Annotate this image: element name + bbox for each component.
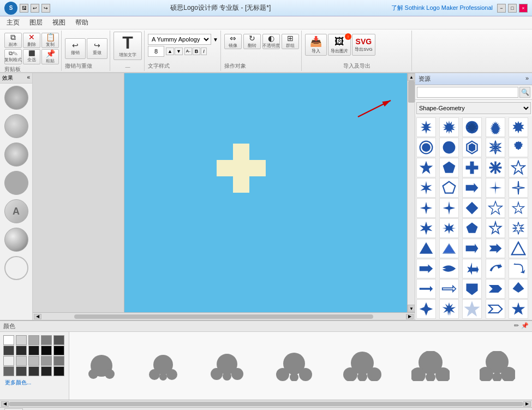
shape-arrow-4pt[interactable] xyxy=(416,299,436,319)
shape-circle-solid[interactable] xyxy=(439,138,459,157)
shape-cross-plus[interactable] xyxy=(462,158,482,177)
colors-pin-icon[interactable]: 📌 xyxy=(521,322,529,330)
effect-btn-6[interactable] xyxy=(4,256,28,280)
shape-arrow-fancy2[interactable] xyxy=(439,259,459,278)
swatch-light3[interactable] xyxy=(28,356,39,366)
shape-asterisk[interactable] xyxy=(486,158,505,177)
shape-arrow-right-thin[interactable] xyxy=(416,279,436,299)
shape-badge[interactable] xyxy=(509,117,528,137)
close-button[interactable]: × xyxy=(519,4,528,13)
vertical-scrollbar[interactable]: ▲ ▼ xyxy=(407,73,415,312)
sothink-link[interactable]: 了解 Sothink Logo Maker Professional xyxy=(391,4,493,12)
font-bold-btn[interactable]: B xyxy=(193,47,201,55)
cross-shape[interactable] xyxy=(217,144,266,193)
shape-arrow-bent[interactable] xyxy=(509,259,528,278)
swatch-gray4[interactable] xyxy=(53,335,64,345)
opacity-button[interactable]: ◐ 不透明度 xyxy=(262,34,280,49)
swatch-mid1[interactable] xyxy=(41,356,52,366)
effect-btn-4[interactable] xyxy=(4,171,28,195)
shape-star5-outline[interactable] xyxy=(486,198,505,218)
shape-starburst20[interactable] xyxy=(486,117,505,137)
shape-seal[interactable] xyxy=(509,138,528,157)
bottom-scroll-thumb[interactable] xyxy=(9,402,523,406)
copy-format-button[interactable]: ⧉✎ 复制格式 xyxy=(4,49,22,64)
shape-chevron2[interactable] xyxy=(486,299,505,319)
shape-star5-outline2[interactable] xyxy=(509,198,528,218)
shape-star5d[interactable] xyxy=(509,299,528,319)
shape-circle-ornate[interactable] xyxy=(416,138,436,157)
group-button[interactable]: ⊞ 群组 xyxy=(282,34,299,49)
bottom-scroll-right[interactable]: ▶ xyxy=(523,401,531,407)
redo-button[interactable]: ↪ 重做 xyxy=(87,38,107,59)
shape-arrow-star[interactable] xyxy=(416,178,436,198)
shape-star-thin[interactable] xyxy=(486,178,505,198)
swatch-black[interactable] xyxy=(53,346,64,355)
menu-home[interactable]: 主页 xyxy=(2,17,24,28)
swatch-gray3[interactable] xyxy=(41,335,52,345)
shape-hexagon-ornate[interactable] xyxy=(462,138,482,157)
menu-view[interactable]: 视图 xyxy=(48,17,70,28)
swatch-gray5[interactable] xyxy=(3,346,14,355)
shape-triangle-flat[interactable] xyxy=(439,239,459,258)
scroll-track[interactable] xyxy=(408,81,415,305)
scroll-up-btn[interactable]: ▲ xyxy=(408,73,415,81)
shape-arrow-right-fat[interactable] xyxy=(416,259,436,278)
export-image-button[interactable]: ! 🖼 导出图片 xyxy=(328,34,351,56)
swatch-light1[interactable] xyxy=(3,356,14,366)
search-button[interactable]: 🔍 xyxy=(519,87,530,98)
swatch-gray8[interactable] xyxy=(41,346,52,355)
import-button[interactable]: 📥 导入 xyxy=(305,34,327,56)
more-colors-link[interactable]: 更多颜色... xyxy=(2,378,67,388)
shape-star4[interactable] xyxy=(416,198,436,218)
swatch-dark1[interactable] xyxy=(3,366,14,376)
bottom-scroll-left[interactable]: ◀ xyxy=(1,401,9,407)
effect-btn-2[interactable] xyxy=(4,114,28,138)
quick-access-btn[interactable]: 🖫 xyxy=(20,4,28,13)
shape-star5b[interactable] xyxy=(486,218,505,238)
shape-pentagon-down[interactable] xyxy=(462,279,482,299)
undo-button[interactable]: ↩ 撤销 xyxy=(65,38,86,59)
mirror-button[interactable]: ⇔ 镜像 xyxy=(224,34,242,49)
statusbar-dropdown[interactable]: All xyxy=(4,408,23,411)
effect-btn-1[interactable] xyxy=(4,86,28,110)
swatch-mid2[interactable] xyxy=(53,356,64,366)
scroll-down-btn[interactable]: ▼ xyxy=(408,305,415,312)
shape-starburst12[interactable] xyxy=(439,117,459,137)
swatch-gray7[interactable] xyxy=(28,346,39,355)
effects-collapse-btn[interactable]: « xyxy=(27,74,30,82)
font-size-down-icon[interactable]: ▼ xyxy=(175,47,183,55)
shape-arrow-3way[interactable] xyxy=(462,259,482,278)
export-svg-button[interactable]: SVG 导出SVG xyxy=(352,34,375,56)
shape-star-ornate2[interactable] xyxy=(486,138,505,157)
shape-star5c[interactable] xyxy=(509,218,528,238)
scroll-thumb[interactable] xyxy=(408,81,415,103)
swatch-dark3[interactable] xyxy=(28,366,39,376)
font-size-decrease-icon[interactable]: A- xyxy=(184,47,192,55)
shape-star5-outline3[interactable] xyxy=(462,299,482,319)
hscroll-thumb[interactable] xyxy=(74,314,373,319)
minimize-button[interactable]: − xyxy=(497,4,506,13)
maximize-button[interactable]: □ xyxy=(508,4,517,13)
pencil-icon[interactable]: ✏ xyxy=(514,322,519,330)
shape-chevron[interactable] xyxy=(486,279,505,299)
rotate-button[interactable]: ↻ 翻转 xyxy=(243,34,261,49)
swatch-white[interactable] xyxy=(3,335,14,345)
paste-button[interactable]: 📋 复制 xyxy=(41,33,59,48)
shape-starburst16[interactable] xyxy=(462,117,482,137)
swatch-gray2[interactable] xyxy=(28,335,39,345)
horizontal-scrollbar[interactable]: ◀ ▶ xyxy=(33,312,415,320)
shape-triangle3d[interactable] xyxy=(416,239,436,258)
font-italic-btn[interactable]: I xyxy=(201,47,207,55)
delete-button[interactable]: ✕ 删除 xyxy=(23,33,40,48)
shape-star6b[interactable] xyxy=(439,218,459,238)
shape-arrow-r[interactable] xyxy=(462,239,482,258)
shape-kite[interactable] xyxy=(509,279,528,299)
shape-starburst8[interactable] xyxy=(416,117,436,137)
category-dropdown[interactable]: Shape-Geometry xyxy=(416,102,531,114)
shape-star4b[interactable] xyxy=(439,198,459,218)
menu-help[interactable]: 帮助 xyxy=(71,17,93,28)
swatch-dark2[interactable] xyxy=(16,366,27,376)
font-dropdown-arrow[interactable]: ▼ xyxy=(213,37,218,43)
swatch-dark4[interactable] xyxy=(41,366,52,376)
shape-triangle-up[interactable] xyxy=(509,239,528,258)
